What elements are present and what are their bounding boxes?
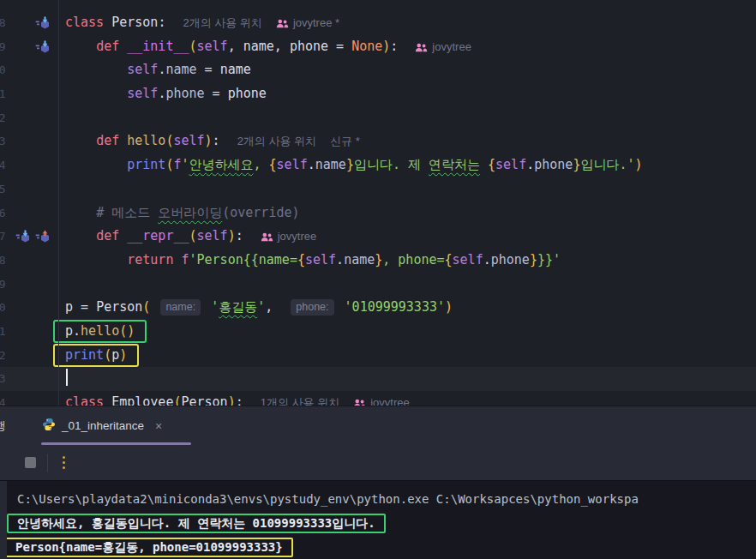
code-text: print(p) bbox=[58, 344, 139, 368]
gutter-icons bbox=[7, 106, 58, 130]
code-line[interactable]: 30p = Person( name: '홍길동', phone: '01099… bbox=[0, 296, 756, 320]
line-number: 18 bbox=[0, 11, 7, 35]
code-line[interactable]: 18class Person:2개의 사용 위치jovytree * bbox=[0, 11, 756, 35]
code-line[interactable]: 29 bbox=[0, 273, 756, 297]
text-caret bbox=[66, 369, 68, 386]
code-text: class Employee(Person):1개의 사용 위치jovytree bbox=[58, 391, 410, 406]
people-icon bbox=[276, 16, 293, 29]
code-text: def __repr__(self):jovytree bbox=[58, 225, 316, 249]
run-tool-window: 행 _01_inheritance × C:\Users\playdata2\m… bbox=[0, 406, 756, 559]
line-number: 19 bbox=[0, 35, 7, 59]
inlay-hint-chip: phone: bbox=[291, 299, 333, 316]
code-text: def hello(self):2개의 사용 위치신규 * bbox=[58, 129, 360, 153]
code-line[interactable]: 27 def __repr__(self):jovytree bbox=[0, 225, 756, 249]
toolbar-divider bbox=[47, 454, 48, 472]
gutter-icons bbox=[7, 249, 58, 273]
override-up-icon[interactable] bbox=[35, 230, 51, 243]
code-text: p.hello() bbox=[58, 320, 147, 344]
tool-window-title-partial[interactable]: 행 bbox=[0, 418, 18, 434]
code-text: p = Person( name: '홍길동', phone: '0109999… bbox=[58, 296, 453, 320]
highlight-box-yellow: print(p) bbox=[53, 344, 139, 367]
code-line[interactable]: 34class Employee(Person):1개의 사용 위치jovytr… bbox=[0, 391, 756, 406]
python-logo-icon bbox=[42, 418, 56, 434]
run-tab-bar: 행 _01_inheritance × bbox=[0, 406, 756, 445]
override-down-icon[interactable] bbox=[35, 16, 51, 30]
line-number: 31 bbox=[0, 320, 7, 344]
code-line[interactable]: 32print(p) bbox=[0, 344, 756, 368]
code-line[interactable]: 25 bbox=[0, 177, 756, 201]
gutter-icons bbox=[7, 201, 58, 225]
code-line[interactable]: 21 self.phone = phone bbox=[0, 82, 756, 106]
code-text: def __init__(self, name, phone = None):j… bbox=[58, 35, 471, 59]
line-number: 23 bbox=[0, 129, 7, 153]
code-vision-annotation[interactable]: jovytree bbox=[261, 230, 317, 243]
gutter-icons bbox=[7, 35, 58, 59]
console-line: Person{name=홍길동, phone=01099993333} bbox=[0, 535, 756, 559]
gutter-icons bbox=[7, 225, 58, 249]
gutter-icons bbox=[7, 153, 58, 177]
code-text bbox=[58, 106, 65, 130]
line-number: 20 bbox=[0, 58, 7, 82]
highlight-box-green: p.hello() bbox=[53, 320, 147, 343]
run-console[interactable]: C:\Users\playdata2\miniconda3\envs\pystu… bbox=[0, 480, 756, 559]
tab-close-icon[interactable]: × bbox=[155, 419, 162, 433]
gutter-icons bbox=[7, 177, 58, 201]
more-options-icon[interactable] bbox=[59, 453, 69, 472]
gutter-icons bbox=[7, 320, 58, 344]
gutter-icons bbox=[7, 273, 58, 297]
code-line[interactable]: 33 bbox=[0, 367, 756, 391]
code-editor[interactable]: 18class Person:2개의 사용 위치jovytree *19 def… bbox=[0, 0, 756, 406]
code-text: # 메소드 오버라이딩(override) bbox=[58, 201, 300, 225]
gutter-icons bbox=[7, 367, 58, 391]
line-number: 34 bbox=[0, 391, 7, 406]
code-line[interactable]: 20 self.name = name bbox=[0, 58, 756, 82]
line-number: 27 bbox=[0, 225, 7, 249]
line-number: 28 bbox=[0, 249, 7, 273]
people-icon bbox=[261, 230, 278, 243]
code-line[interactable]: 24 print(f'안녕하세요, {self.name}입니다. 제 연락처는… bbox=[0, 153, 756, 177]
code-line[interactable]: 28 return f'Person{{name={self.name}, ph… bbox=[0, 249, 756, 273]
code-vision-annotation[interactable]: 2개의 사용 위치jovytree * bbox=[183, 16, 339, 29]
console-line: C:\Users\playdata2\miniconda3\envs\pystu… bbox=[0, 487, 756, 511]
code-line[interactable]: 26 # 메소드 오버라이딩(override) bbox=[0, 201, 756, 225]
line-number: 25 bbox=[0, 177, 7, 201]
code-text: self.name = name bbox=[58, 58, 251, 82]
people-icon bbox=[353, 396, 370, 406]
override-down-icon[interactable] bbox=[35, 40, 51, 54]
override-down-icon[interactable] bbox=[15, 230, 31, 243]
code-line[interactable]: 23 def hello(self):2개의 사용 위치신규 * bbox=[0, 129, 756, 153]
gutter-icons bbox=[7, 11, 58, 35]
code-text: self.phone = phone bbox=[58, 82, 267, 106]
code-vision-annotation[interactable]: 2개의 사용 위치신규 * bbox=[237, 135, 360, 147]
gutter-icons bbox=[7, 129, 58, 153]
console-line: 안녕하세요, 홍길동입니다. 제 연락처는 01099993333입니다. bbox=[0, 511, 756, 535]
gutter-divider bbox=[58, 0, 59, 406]
code-vision-annotation[interactable]: jovytree bbox=[415, 40, 471, 53]
code-text bbox=[58, 177, 65, 201]
run-tab-inheritance[interactable]: _01_inheritance × bbox=[42, 418, 162, 434]
line-number: 21 bbox=[0, 82, 7, 106]
line-number: 29 bbox=[0, 273, 7, 297]
gutter-icons bbox=[7, 391, 58, 406]
people-icon bbox=[415, 40, 432, 53]
stop-icon[interactable] bbox=[25, 457, 36, 468]
code-line[interactable]: 19 def __init__(self, name, phone = None… bbox=[0, 35, 756, 59]
active-tab-underline bbox=[41, 442, 191, 445]
code-text bbox=[58, 367, 68, 391]
line-number: 24 bbox=[0, 153, 7, 177]
line-number: 26 bbox=[0, 201, 7, 225]
code-line[interactable]: 22 bbox=[0, 106, 756, 130]
run-toolbar bbox=[0, 445, 756, 480]
gutter-icons bbox=[7, 58, 58, 82]
code-line[interactable]: 31p.hello() bbox=[0, 320, 756, 344]
gutter-icons bbox=[7, 344, 58, 368]
code-vision-annotation[interactable]: 1개의 사용 위치jovytree bbox=[261, 396, 410, 406]
line-number: 32 bbox=[0, 344, 7, 368]
gutter-icons bbox=[7, 296, 58, 320]
tab-label: _01_inheritance bbox=[62, 419, 144, 432]
line-number: 30 bbox=[0, 296, 7, 320]
console-edge-strip bbox=[0, 481, 7, 559]
console-highlight-yellow: Person{name=홍길동, phone=01099993333} bbox=[3, 538, 293, 557]
inlay-hint-chip: name: bbox=[160, 299, 201, 316]
code-text: class Person:2개의 사용 위치jovytree * bbox=[58, 11, 339, 35]
